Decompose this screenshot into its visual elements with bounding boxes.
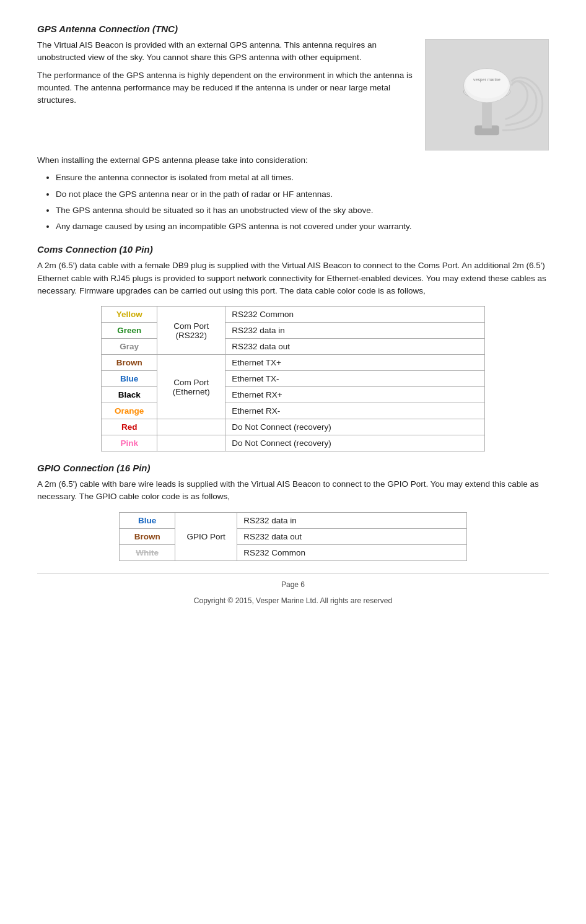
port-empty-red	[157, 419, 225, 435]
svg-point-5	[465, 69, 508, 98]
gps-bullet-1: Ensure the antenna connector is isolated…	[56, 172, 549, 184]
coms-table: Yellow Com Port(RS232) RS232 Common Gree…	[101, 306, 485, 451]
desc-rs232-common: RS232 Common	[225, 307, 485, 323]
gpio-color-white: White	[120, 544, 175, 560]
gps-para1: The Virtual AIS Beacon is provided with …	[37, 39, 413, 64]
gps-bullets: Ensure the antenna connector is isolated…	[56, 172, 549, 233]
gps-para3: When installing the external GPS antenna…	[37, 154, 549, 167]
table-row: Pink Do Not Connect (recovery)	[102, 435, 485, 451]
gps-bullet-4: Any damage caused by using an incompatib…	[56, 220, 549, 233]
color-pink: Pink	[102, 435, 157, 451]
desc-dnc-pink: Do Not Connect (recovery)	[225, 435, 485, 451]
copyright-text: Copyright © 2015, Vesper Marine Ltd. All…	[37, 595, 549, 606]
gps-para2: The performance of the GPS antenna is hi…	[37, 69, 413, 107]
gps-antenna-image: vesper marine	[425, 39, 549, 150]
coms-title: Coms Connection (10 Pin)	[37, 244, 549, 255]
desc-eth-rxminus: Ethernet RX-	[225, 403, 485, 419]
port-rs232: Com Port(RS232)	[157, 307, 225, 355]
table-row: Red Do Not Connect (recovery)	[102, 419, 485, 435]
color-blue: Blue	[102, 371, 157, 387]
desc-eth-txminus: Ethernet TX-	[225, 371, 485, 387]
color-green: Green	[102, 323, 157, 339]
color-orange: Orange	[102, 403, 157, 419]
coms-para1: A 2m (6.5') data cable with a female DB9…	[37, 259, 549, 297]
gps-bullet-3: The GPS antenna should be situated so it…	[56, 204, 549, 217]
desc-eth-rxplus: Ethernet RX+	[225, 387, 485, 403]
gpio-color-blue: Blue	[120, 512, 175, 528]
desc-eth-txplus: Ethernet TX+	[225, 355, 485, 371]
port-empty-pink	[157, 435, 225, 451]
desc-dnc-red: Do Not Connect (recovery)	[225, 419, 485, 435]
gpio-desc-data-out: RS232 data out	[237, 528, 467, 544]
gpio-desc-data-in: RS232 data in	[237, 512, 467, 528]
table-row: Brown Com Port(Ethernet) Ethernet TX+	[102, 355, 485, 371]
port-ethernet: Com Port(Ethernet)	[157, 355, 225, 419]
table-row: Blue GPIO Port RS232 data in	[120, 512, 467, 528]
gps-intro-text: The Virtual AIS Beacon is provided with …	[37, 39, 413, 150]
table-row: White RS232 Common	[120, 544, 467, 560]
color-black: Black	[102, 387, 157, 403]
gpio-color-brown: Brown	[120, 528, 175, 544]
page-footer: Page 6 Copyright © 2015, Vesper Marine L…	[37, 573, 549, 606]
gps-title: GPS Antenna Connection (TNC)	[37, 24, 549, 34]
gpio-para1: A 2m (6.5') cable with bare wire leads i…	[37, 478, 549, 503]
color-yellow: Yellow	[102, 307, 157, 323]
gpio-title: GPIO Connection (16 Pin)	[37, 463, 549, 473]
gpio-desc-common: RS232 Common	[237, 544, 467, 560]
gpio-section: GPIO Connection (16 Pin) A 2m (6.5') cab…	[37, 463, 549, 561]
table-row: Yellow Com Port(RS232) RS232 Common	[102, 307, 485, 323]
coms-section: Coms Connection (10 Pin) A 2m (6.5') dat…	[37, 244, 549, 451]
color-red: Red	[102, 419, 157, 435]
color-brown: Brown	[102, 355, 157, 371]
gps-section: GPS Antenna Connection (TNC) The Virtual…	[37, 24, 549, 233]
desc-rs232-data-in: RS232 data in	[225, 323, 485, 339]
gpio-port: GPIO Port	[175, 512, 237, 560]
page-number: Page 6	[37, 579, 549, 590]
gps-bullet-2: Do not place the GPS antenna near or in …	[56, 188, 549, 201]
gpio-table: Blue GPIO Port RS232 data in Brown RS232…	[119, 512, 467, 561]
desc-rs232-data-out: RS232 data out	[225, 339, 485, 355]
table-row: Brown RS232 data out	[120, 528, 467, 544]
color-gray: Gray	[102, 339, 157, 355]
svg-text:vesper marine: vesper marine	[473, 77, 501, 82]
